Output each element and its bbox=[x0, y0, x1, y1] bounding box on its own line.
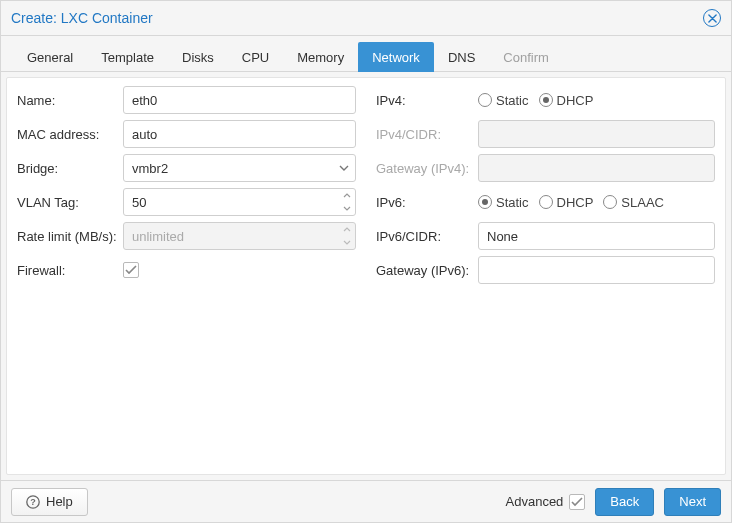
close-icon bbox=[708, 14, 717, 23]
ipv4cidr-input bbox=[478, 120, 715, 148]
ipv6-radio-dhcp[interactable]: DHCP bbox=[539, 195, 594, 210]
ipv6-radio-label-static: Static bbox=[496, 195, 529, 210]
row-bridge: Bridge: bbox=[17, 154, 356, 182]
gw4-label: Gateway (IPv4): bbox=[376, 161, 472, 176]
vlan-label: VLAN Tag: bbox=[17, 195, 117, 210]
ipv4-radio-group: StaticDHCP bbox=[478, 93, 715, 108]
dialog-window: Create: LXC Container GeneralTemplateDis… bbox=[0, 0, 732, 523]
tab-general[interactable]: General bbox=[13, 42, 87, 72]
ipv4-radio-label-dhcp: DHCP bbox=[557, 93, 594, 108]
rate-spinner[interactable] bbox=[123, 222, 356, 250]
next-button[interactable]: Next bbox=[664, 488, 721, 516]
row-ipv4: IPv4: StaticDHCP bbox=[376, 86, 715, 114]
name-input[interactable] bbox=[123, 86, 356, 114]
tab-cpu[interactable]: CPU bbox=[228, 42, 283, 72]
chevron-down-icon bbox=[339, 165, 349, 171]
radio-dot-icon bbox=[478, 93, 492, 107]
titlebar: Create: LXC Container bbox=[1, 1, 731, 36]
ipv4-radio-static[interactable]: Static bbox=[478, 93, 529, 108]
ipv6-radio-slaac[interactable]: SLAAC bbox=[603, 195, 664, 210]
tab-network[interactable]: Network bbox=[358, 42, 434, 72]
bridge-combo[interactable] bbox=[123, 154, 356, 182]
footer-right: Advanced Back Next bbox=[506, 488, 721, 516]
radio-dot-icon bbox=[478, 195, 492, 209]
firewall-label: Firewall: bbox=[17, 263, 117, 278]
wizard-tabs: GeneralTemplateDisksCPUMemoryNetworkDNSC… bbox=[1, 36, 731, 72]
ipv6-radio-static[interactable]: Static bbox=[478, 195, 529, 210]
row-ipv4cidr: IPv4/CIDR: bbox=[376, 120, 715, 148]
row-rate: Rate limit (MB/s): bbox=[17, 222, 356, 250]
radio-dot-icon bbox=[603, 195, 617, 209]
ipv6-radio-label-dhcp: DHCP bbox=[557, 195, 594, 210]
help-icon: ? bbox=[26, 495, 40, 509]
tab-memory[interactable]: Memory bbox=[283, 42, 358, 72]
firewall-checkbox[interactable] bbox=[123, 262, 139, 278]
row-ipv6: IPv6: StaticDHCPSLAAC bbox=[376, 188, 715, 216]
vlan-spin-down[interactable] bbox=[338, 202, 355, 215]
tab-disks[interactable]: Disks bbox=[168, 42, 228, 72]
tab-template[interactable]: Template bbox=[87, 42, 168, 72]
back-label: Back bbox=[610, 494, 639, 509]
tab-dns[interactable]: DNS bbox=[434, 42, 489, 72]
check-icon bbox=[125, 265, 137, 275]
window-title: Create: LXC Container bbox=[11, 10, 153, 26]
advanced-checkbox[interactable] bbox=[569, 494, 585, 510]
help-button[interactable]: ? Help bbox=[11, 488, 88, 516]
left-column: Name: MAC address: Bridge: bbox=[17, 86, 356, 466]
ipv6-label: IPv6: bbox=[376, 195, 472, 210]
chevron-down-icon bbox=[343, 240, 351, 245]
name-label: Name: bbox=[17, 93, 117, 108]
rate-label: Rate limit (MB/s): bbox=[17, 229, 117, 244]
bridge-label: Bridge: bbox=[17, 161, 117, 176]
ipv4-label: IPv4: bbox=[376, 93, 472, 108]
chevron-down-icon bbox=[343, 206, 351, 211]
row-ipv6cidr: IPv6/CIDR: bbox=[376, 222, 715, 250]
help-label: Help bbox=[46, 494, 73, 509]
mac-label: MAC address: bbox=[17, 127, 117, 142]
chevron-up-icon bbox=[343, 193, 351, 198]
next-label: Next bbox=[679, 494, 706, 509]
row-name: Name: bbox=[17, 86, 356, 114]
ipv6cidr-input[interactable] bbox=[478, 222, 715, 250]
ipv4cidr-label: IPv4/CIDR: bbox=[376, 127, 472, 142]
ipv6-radio-group: StaticDHCPSLAAC bbox=[478, 195, 715, 210]
gw6-label: Gateway (IPv6): bbox=[376, 263, 472, 278]
ipv6-radio-label-slaac: SLAAC bbox=[621, 195, 664, 210]
bridge-trigger[interactable] bbox=[333, 155, 355, 181]
close-button[interactable] bbox=[703, 9, 721, 27]
mac-input[interactable] bbox=[123, 120, 356, 148]
bridge-input[interactable] bbox=[124, 155, 333, 181]
gw6-input[interactable] bbox=[478, 256, 715, 284]
row-firewall: Firewall: bbox=[17, 256, 356, 284]
network-panel: Name: MAC address: Bridge: bbox=[6, 77, 726, 475]
gw4-input bbox=[478, 154, 715, 182]
chevron-up-icon bbox=[343, 227, 351, 232]
advanced-label: Advanced bbox=[506, 494, 564, 509]
right-column: IPv4: StaticDHCP IPv4/CIDR: Gateway (IPv… bbox=[376, 86, 715, 466]
ipv4-radio-dhcp[interactable]: DHCP bbox=[539, 93, 594, 108]
radio-dot-icon bbox=[539, 93, 553, 107]
footer: ? Help Advanced Back Next bbox=[1, 480, 731, 522]
vlan-input[interactable] bbox=[124, 189, 337, 215]
row-gw4: Gateway (IPv4): bbox=[376, 154, 715, 182]
vlan-spin-up[interactable] bbox=[338, 189, 355, 202]
radio-dot-icon bbox=[539, 195, 553, 209]
advanced-toggle[interactable]: Advanced bbox=[506, 494, 586, 510]
ipv4-radio-label-static: Static bbox=[496, 93, 529, 108]
back-button[interactable]: Back bbox=[595, 488, 654, 516]
svg-text:?: ? bbox=[30, 497, 36, 507]
row-mac: MAC address: bbox=[17, 120, 356, 148]
rate-spin-up[interactable] bbox=[338, 223, 355, 236]
row-gw6: Gateway (IPv6): bbox=[376, 256, 715, 284]
rate-input[interactable] bbox=[124, 223, 337, 249]
ipv6cidr-label: IPv6/CIDR: bbox=[376, 229, 472, 244]
vlan-spinner[interactable] bbox=[123, 188, 356, 216]
row-vlan: VLAN Tag: bbox=[17, 188, 356, 216]
tab-confirm: Confirm bbox=[489, 42, 563, 72]
rate-spin-down[interactable] bbox=[338, 236, 355, 249]
check-icon bbox=[571, 497, 583, 507]
